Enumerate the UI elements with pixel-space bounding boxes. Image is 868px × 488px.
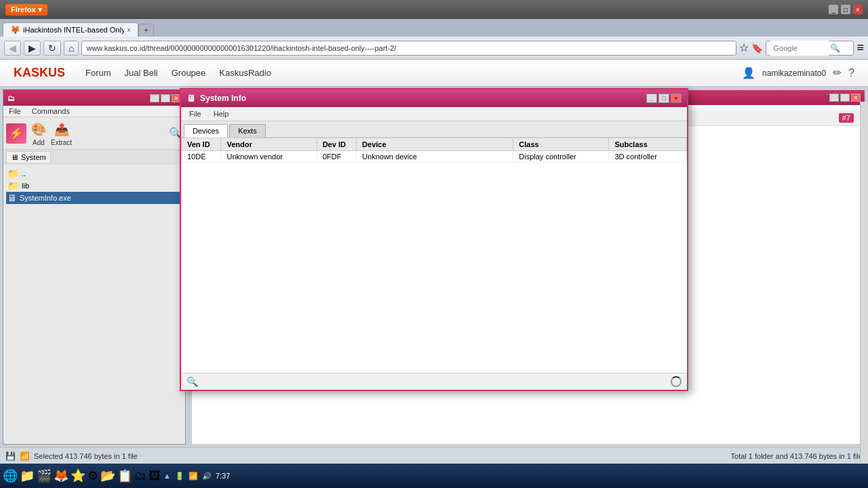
refresh-button[interactable]: ↻ (43, 41, 61, 56)
home-button[interactable]: ⌂ (64, 41, 79, 56)
browser-title-bar: Firefox ▾ _ □ × (0, 0, 868, 19)
col-header-class: Class (513, 138, 609, 151)
col-header-device: Device (357, 138, 513, 151)
fm-path-area: 🖥 System (3, 150, 185, 165)
sysinfo-content: Ven ID Vendor Dev ID Device Class Subcla… (181, 138, 687, 373)
sysinfo-search-icon[interactable]: 🔍 (186, 376, 198, 387)
forward-button[interactable]: ▶ (24, 41, 41, 56)
sysinfo-close-btn[interactable]: × (671, 94, 682, 103)
app2-icon[interactable]: 📋 (117, 468, 132, 483)
sysinfo-menu-file[interactable]: File (184, 108, 207, 119)
fm-maximize-btn[interactable]: □ (161, 94, 170, 102)
network-icon: 📶 (20, 451, 30, 461)
settings-icon[interactable]: ⚙ (87, 468, 98, 483)
sysinfo-app-icon: 🖥 (186, 93, 196, 104)
fm-menu-file[interactable]: File (3, 106, 26, 117)
rp-maximize-btn[interactable]: □ (840, 94, 850, 102)
scrollbar-right[interactable] (860, 102, 865, 445)
cell-device: Unknown device (357, 151, 513, 163)
sysinfo-menu: File Help (181, 107, 687, 121)
firefox-button[interactable]: Firefox ▾ (5, 4, 47, 16)
hdd-icon: 💾 (5, 451, 16, 461)
devices-table-body: 10DE Unknown vendor 0FDF Unknown device … (182, 151, 687, 163)
nav-item-forum[interactable]: Forum (85, 68, 111, 78)
sysinfo-minimize-btn[interactable]: _ (646, 94, 657, 103)
sysinfo-title-text: System Info (200, 94, 246, 103)
table-row[interactable]: 10DE Unknown vendor 0FDF Unknown device … (182, 151, 687, 163)
nav-item-jualbeli[interactable]: Jual Beli (125, 68, 158, 78)
address-bar[interactable] (81, 41, 736, 56)
sysinfo-menu-help[interactable]: Help (208, 108, 235, 119)
new-tab-button[interactable]: + (138, 24, 154, 37)
file-manager-title: 🗂 (7, 94, 15, 102)
folder-taskbar-icon[interactable]: 📁 (20, 468, 35, 483)
bookmark-icon[interactable]: ☆ (739, 41, 749, 54)
col-header-venid: Ven ID (182, 138, 221, 151)
close-button[interactable]: × (853, 5, 863, 14)
app3-icon[interactable]: 🗂 (134, 469, 146, 483)
taskbar: 🌐 📁 🎬 🦊 ⭐ ⚙ 📂 📋 🗂 🖼 ▲ 🔋 📶 🔊 7:37 (0, 464, 868, 488)
post-number-badge: #7 (839, 113, 854, 123)
minimize-button[interactable]: _ (829, 5, 838, 14)
nav-bar: ◀ ▶ ↻ ⌂ ☆ 🔖 🔍 ≡ (0, 37, 868, 60)
taskbar-right: ▲ 🔋 📶 🔊 7:37 (163, 472, 230, 481)
taskbar-network-icon: 📶 (189, 472, 198, 481)
username-label: namikazeminato0 (762, 68, 826, 78)
sysinfo-empty-area (181, 163, 687, 373)
taskbar-time: 7:37 (216, 472, 230, 480)
sysinfo-tabs: Devices Kexts (181, 121, 687, 138)
devices-table-header: Ven ID Vendor Dev ID Device Class Subcla… (182, 138, 687, 151)
bookmark2-icon[interactable]: 🔖 (751, 43, 763, 54)
sysinfo-tab-devices[interactable]: Devices (184, 124, 228, 138)
fm-logo-icon: ⚡ (6, 123, 26, 144)
kaskus-logo[interactable]: KASKUS (14, 66, 65, 80)
rp-minimize-btn[interactable]: _ (829, 94, 839, 102)
folder-icon: 📁 (7, 180, 19, 191)
nav-item-kaskusradio[interactable]: KaskusRadio (219, 68, 271, 78)
cell-devid: 0FDF (317, 151, 356, 163)
status-bar: 💾 📶 Selected 413.746 bytes in 1 file Tot… (0, 447, 868, 464)
menu-icon[interactable]: ≡ (856, 41, 864, 55)
fm-toolbar: ⚡ 🎨 Add 📤 Extract 🔍 (3, 117, 185, 150)
sysinfo-titlebar: 🖥 System Info _ □ × (181, 89, 687, 107)
browser-tab[interactable]: 🦊 iHackintosh INTEL-based Only !!! - Par… (3, 22, 138, 37)
taskbar-system-icons: 🌐 📁 🎬 🦊 ⭐ ⚙ 📂 📋 🗂 🖼 (3, 468, 161, 483)
help-button[interactable]: ? (848, 67, 854, 79)
search-google-icon: 🔍 (830, 43, 840, 53)
cell-class: Display controller (513, 151, 609, 163)
fm-file-sysinfo[interactable]: 🖥 SystemInfo.exe (6, 192, 182, 204)
status-right: Total 1 folder and 413.746 bytes in 1 fi… (731, 452, 863, 460)
folder-icon: 📁 (7, 168, 19, 179)
devices-table: Ven ID Vendor Dev ID Device Class Subcla… (181, 138, 687, 163)
search-input[interactable] (769, 41, 830, 56)
maximize-button[interactable]: □ (841, 5, 850, 14)
sysinfo-restore-btn[interactable]: □ (658, 94, 669, 103)
nav-item-groupee[interactable]: Groupee (172, 68, 206, 78)
sysinfo-tab-kexts[interactable]: Kexts (229, 124, 266, 137)
ie-icon[interactable]: 🌐 (3, 468, 18, 483)
cell-venid: 10DE (182, 151, 221, 163)
edit-profile-button[interactable]: ✏ (833, 66, 842, 79)
media-icon[interactable]: 🎬 (37, 468, 52, 483)
file-manager-titlebar: 🗂 _ □ × (3, 91, 185, 106)
fm-file-dotdot[interactable]: 📁 .. (6, 167, 182, 180)
col-header-subclass: Subclass (609, 138, 687, 151)
fm-menu-commands[interactable]: Commands (26, 106, 75, 117)
back-button[interactable]: ◀ (4, 41, 21, 56)
app1-icon[interactable]: 📂 (100, 468, 115, 483)
tab-title: iHackintosh INTEL-based Only !!! - Part … (23, 26, 124, 34)
tab-close-icon[interactable]: × (127, 26, 131, 34)
firefox-taskbar-icon[interactable]: 🦊 (54, 468, 68, 483)
fm-extract-button[interactable]: 📤 Extract (51, 120, 72, 146)
taskbar-battery-icon: 🔋 (175, 472, 184, 481)
app4-icon[interactable]: 🖼 (149, 469, 161, 483)
status-left: Selected 413.746 bytes in 1 file (34, 452, 138, 460)
rp-close-btn[interactable]: × (851, 94, 861, 102)
fm-add-button[interactable]: 🎨 Add (29, 120, 48, 146)
cell-vendor: Unknown vendor (221, 151, 317, 163)
fm-file-lib[interactable]: 📁 lib (6, 180, 182, 192)
fm-minimize-btn[interactable]: _ (150, 94, 159, 102)
fm-system-tab[interactable]: 🖥 System (6, 151, 51, 163)
kaskus-navbar: KASKUS Forum Jual Beli Groupee KaskusRad… (0, 60, 868, 87)
star-icon[interactable]: ⭐ (71, 468, 85, 483)
